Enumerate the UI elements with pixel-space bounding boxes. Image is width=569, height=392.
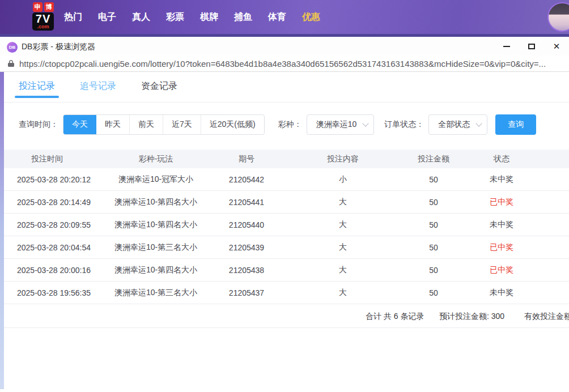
footer-expected-amount: 预计投注金额: 300	[439, 312, 504, 322]
cell-game: 澳洲幸运10-第三名大小	[108, 288, 204, 298]
left-gradient-strip	[0, 72, 4, 389]
cell-status: 已中奖	[470, 265, 533, 275]
cell-issue: 21205440	[204, 220, 289, 229]
lottery-filter-label: 彩种：	[278, 120, 302, 130]
table-row: 2025-03-28 20:20:12 澳洲幸运10-冠军大小 21205442…	[4, 168, 569, 191]
cell-bet-time: 2025-03-28 19:56:35	[4, 288, 108, 297]
col-header-content: 投注内容	[289, 154, 397, 164]
record-tabs: 投注记录 追号记录 资金记录	[4, 72, 569, 103]
table-row: 2025-03-28 19:56:35 澳洲幸运10-第三名大小 2120543…	[4, 282, 569, 304]
table-footer: 合计 共 6 条记录 预计投注金额: 300 有效投注金额	[4, 304, 569, 328]
cell-game: 澳洲幸运10-第三名大小	[108, 242, 204, 253]
nav-item-slots[interactable]: 电子	[98, 11, 116, 23]
order-status-value: 全部状态	[438, 120, 470, 130]
site-topbar: 申 博 7V .com 热门 电子 真人 彩票 棋牌 捕鱼 体育 优惠	[0, 0, 569, 34]
maximize-icon	[528, 44, 535, 49]
nav-item-cards[interactable]: 棋牌	[200, 11, 218, 23]
lottery-select[interactable]: 澳洲幸运10	[307, 114, 375, 135]
cell-content: 小	[289, 174, 397, 185]
tab-bet-records[interactable]: 投注记录	[19, 80, 55, 92]
cell-status: 已中奖	[470, 242, 533, 253]
chevron-down-icon	[363, 120, 369, 126]
cell-amount: 50	[397, 288, 470, 297]
minimize-icon	[503, 46, 510, 47]
browser-window: DB DB彩票 - 极速浏览器 ✕ https://ctopcp02pcali.…	[0, 34, 569, 392]
cell-issue: 21205442	[204, 175, 289, 184]
cell-status: 未中奖	[470, 288, 533, 298]
nav-item-sports[interactable]: 体育	[268, 11, 286, 23]
col-header-time: 投注时间	[4, 154, 108, 164]
tab-fund-records[interactable]: 资金记录	[141, 80, 177, 92]
logo-suffix-text: .com	[36, 24, 50, 29]
cell-content: 大	[289, 220, 397, 230]
logo-badge-1: 申	[33, 2, 43, 12]
cell-issue: 21205438	[204, 266, 289, 275]
table-row: 2025-03-28 20:09:55 澳洲幸运10-第四名大小 2120544…	[4, 214, 569, 236]
user-avatar[interactable]	[547, 2, 569, 32]
cell-bet-time: 2025-03-28 20:04:54	[4, 243, 108, 252]
col-header-status: 状态	[470, 154, 533, 164]
table-row: 2025-03-28 20:14:49 澳洲幸运10-第四名大小 2120544…	[4, 191, 569, 214]
filter-bar: 查询时间： 今天 昨天 前天 近7天 近20天(低频) 彩种： 澳洲幸运10 订…	[19, 114, 569, 135]
site-logo[interactable]: 申 博 7V .com	[26, 2, 61, 31]
time-option-yesterday[interactable]: 昨天	[96, 115, 129, 134]
table-row: 2025-03-28 20:04:54 澳洲幸运10-第三名大小 2120543…	[4, 236, 569, 259]
logo-main-text: 7V	[36, 13, 50, 24]
col-header-amount: 投注金额	[397, 154, 470, 164]
lottery-select-value: 澳洲幸运10	[316, 120, 357, 130]
nav-item-lottery[interactable]: 彩票	[166, 11, 184, 23]
col-header-issue: 期号	[204, 154, 289, 164]
cell-status: 已中奖	[470, 197, 533, 207]
cell-content: 大	[289, 197, 397, 207]
window-title: DB彩票 - 极速浏览器	[22, 42, 95, 52]
logo-box: 7V .com	[32, 12, 54, 31]
records-panel: 投注记录 追号记录 资金记录 查询时间： 今天 昨天 前天 近7天 近20天(低…	[4, 72, 569, 389]
url-bar[interactable]: https://ctopcp02pcali.uengi5e.com/lotter…	[0, 56, 569, 72]
logo-badges: 申 博	[33, 2, 54, 12]
main-nav: 热门 电子 真人 彩票 棋牌 捕鱼 体育 优惠	[64, 0, 320, 34]
order-status-select[interactable]: 全部状态	[428, 114, 487, 135]
footer-total-records: 合计 共 6 条记录	[366, 312, 424, 322]
minimize-button[interactable]	[494, 37, 519, 56]
nav-item-hot[interactable]: 热门	[64, 11, 82, 23]
footer-valid-amount: 有效投注金额	[524, 312, 569, 322]
lock-icon	[8, 59, 14, 67]
chevron-down-icon	[476, 120, 482, 126]
table-row: 2025-03-28 20:00:16 澳洲幸运10-第四名大小 2120543…	[4, 259, 569, 282]
maximize-button[interactable]	[519, 37, 544, 56]
close-button[interactable]: ✕	[544, 37, 569, 56]
time-option-7days[interactable]: 近7天	[163, 115, 201, 134]
cell-issue: 21205439	[204, 243, 289, 252]
time-option-daybefore[interactable]: 前天	[129, 115, 163, 134]
time-range-group: 今天 昨天 前天 近7天 近20天(低频)	[63, 114, 265, 135]
url-text: https://ctopcp02pcali.uengi5e.com/lotter…	[19, 59, 546, 69]
cell-amount: 50	[397, 175, 470, 184]
cell-status: 未中奖	[470, 220, 533, 230]
cell-game: 澳洲幸运10-第四名大小	[108, 197, 204, 207]
nav-item-live[interactable]: 真人	[132, 11, 150, 23]
cell-status: 未中奖	[470, 174, 533, 185]
cell-bet-time: 2025-03-28 20:00:16	[4, 266, 108, 275]
time-option-20days[interactable]: 近20天(低频)	[201, 115, 264, 134]
cell-amount: 50	[397, 243, 470, 252]
time-option-today[interactable]: 今天	[63, 115, 96, 134]
cell-game: 澳洲幸运10-冠军大小	[108, 174, 204, 185]
close-icon: ✕	[553, 42, 560, 50]
query-button[interactable]: 查询	[495, 114, 536, 135]
page-content: 投注记录 追号记录 资金记录 查询时间： 今天 昨天 前天 近7天 近20天(低…	[0, 72, 569, 389]
cell-bet-time: 2025-03-28 20:20:12	[4, 175, 108, 184]
cell-amount: 50	[397, 198, 470, 207]
bet-records-table: 投注时间 彩种-玩法 期号 投注内容 投注金额 状态 2025-03-28 20…	[4, 150, 569, 328]
tab-chase-records[interactable]: 追号记录	[80, 80, 116, 92]
col-header-game: 彩种-玩法	[108, 154, 204, 164]
browser-app-icon: DB	[7, 42, 18, 53]
time-filter-label: 查询时间：	[19, 120, 58, 130]
nav-item-fishing[interactable]: 捕鱼	[234, 11, 252, 23]
cell-amount: 50	[397, 266, 470, 275]
cell-issue: 21205441	[204, 198, 289, 207]
cell-issue: 21205437	[204, 288, 289, 297]
cell-content: 大	[289, 288, 397, 298]
nav-item-promos[interactable]: 优惠	[302, 11, 320, 23]
window-titlebar: DB DB彩票 - 极速浏览器 ✕	[0, 34, 569, 56]
cell-bet-time: 2025-03-28 20:09:55	[4, 220, 108, 229]
